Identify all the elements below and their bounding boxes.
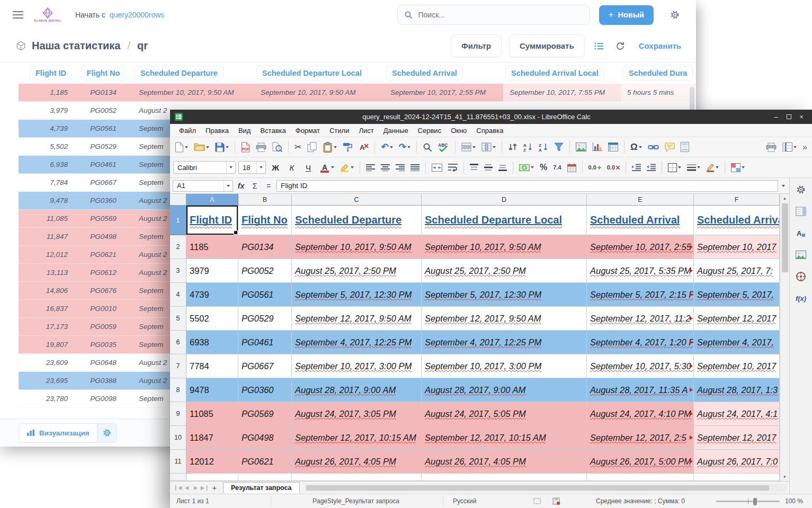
print-button[interactable] [254, 141, 268, 153]
cell-empty[interactable] [694, 474, 780, 481]
cell-empty[interactable] [186, 474, 238, 481]
merge-cells-button[interactable] [430, 163, 444, 173]
cell-B6[interactable]: PG0461 [238, 331, 292, 354]
cell-D1[interactable]: Scheduled Departure Local [422, 206, 587, 235]
table-cell[interactable]: 5,502 [19, 138, 74, 156]
menu-item-4[interactable]: Формат [291, 125, 325, 136]
glarus-digital-logo[interactable]: GLARUS DIGITAL [34, 7, 61, 22]
row-header-partial[interactable] [170, 474, 186, 481]
row-header-10[interactable]: 10 [170, 426, 186, 450]
vertical-scrollbar[interactable]: ▲ ▼ [780, 194, 789, 481]
row-header-2[interactable]: 2 [170, 235, 186, 259]
border-color-button[interactable] [704, 162, 720, 173]
table-cell[interactable]: PG0098 [74, 390, 132, 408]
cell-B5[interactable]: PG0529 [238, 307, 292, 331]
function-wizard-button[interactable]: fx [235, 180, 247, 192]
search-box[interactable] [397, 5, 590, 25]
table-cell[interactable]: 23,780 [19, 390, 74, 408]
cell-A8[interactable]: 9478 [186, 378, 238, 402]
cell-C7[interactable]: September 10, 2017, 3:00 PM [292, 354, 422, 378]
row-header-8[interactable]: 8 [170, 378, 186, 402]
decrease-indent-button[interactable] [645, 163, 657, 172]
cut-button[interactable]: ✂ [293, 142, 303, 153]
table-cell[interactable]: 1,185 [19, 84, 74, 102]
visualization-button[interactable]: Визуализация [19, 423, 97, 443]
table-cell[interactable]: PG0612 [74, 264, 132, 282]
visualization-settings-button[interactable] [97, 423, 117, 443]
table-cell[interactable]: PG0035 [74, 336, 132, 354]
cell-F8[interactable]: August 28, 2017, 1:3 [694, 378, 780, 402]
table-cell[interactable]: 5 hours 5 mins [621, 84, 696, 102]
row-header-1[interactable]: 1 [170, 206, 186, 235]
table-cell[interactable]: 11,085 [19, 210, 74, 228]
cell-E7[interactable]: September 10, 2017, 5:30 PM [587, 354, 694, 378]
insert-row-button[interactable] [460, 141, 477, 153]
redo-button[interactable]: ↷ [397, 141, 412, 153]
align-bottom-button[interactable] [497, 163, 508, 172]
column-header-5[interactable]: Scheduled Arrival Local [505, 66, 604, 81]
cell-B10[interactable]: PG0498 [238, 426, 292, 450]
save-button[interactable] [213, 141, 230, 153]
cell-D10[interactable]: September 12, 2017, 10:15 AM [422, 426, 587, 450]
cell-D9[interactable]: August 24, 2017, 5:05 PM [422, 402, 587, 426]
table-cell[interactable]: 12,012 [19, 246, 74, 264]
summarize-button[interactable]: Суммировать [509, 34, 585, 57]
zoom-thumb[interactable] [753, 498, 757, 505]
row-header-5[interactable]: 5 [170, 307, 186, 331]
table-cell[interactable]: 14,806 [19, 282, 74, 300]
cell-F7[interactable]: September 10, 2017 [694, 354, 780, 378]
name-box-dropdown[interactable] [224, 181, 233, 191]
cell-empty[interactable] [292, 474, 422, 481]
row-header-3[interactable]: 3 [170, 259, 186, 283]
vertical-scroll-thumb[interactable] [782, 203, 788, 272]
save-button[interactable]: Сохранить [639, 41, 681, 50]
cell-B11[interactable]: PG0621 [238, 450, 292, 474]
previous-sheet-button[interactable]: ◀ [182, 485, 191, 491]
cell-E8[interactable]: August 28, 2017, 11:35 A [587, 378, 694, 402]
cell-C3[interactable]: August 25, 2017, 2:50 PM [292, 259, 422, 283]
column-header-F[interactable]: F [694, 194, 780, 206]
table-cell[interactable]: September 10, 2017, 9:50 AM [132, 84, 254, 102]
zoom-percent-label[interactable]: 100 % [785, 494, 803, 508]
sort-descending-button[interactable]: ZA [537, 141, 550, 153]
formula-input[interactable]: Flight ID [276, 180, 778, 192]
headers-footers-button[interactable] [679, 141, 691, 153]
copy-button[interactable] [306, 141, 319, 154]
cell-B3[interactable]: PG0052 [238, 259, 292, 283]
table-cell[interactable]: September 10, 2017, 7:55 PM [503, 84, 621, 102]
language-label[interactable]: Русский [453, 494, 477, 508]
cell-C10[interactable]: September 12, 2017, 10:15 AM [292, 426, 422, 450]
define-print-area-button[interactable] [764, 141, 778, 153]
cell-C9[interactable]: August 24, 2017, 3:05 PM [292, 402, 422, 426]
hamburger-menu-icon[interactable] [13, 11, 23, 19]
cell-A9[interactable]: 11085 [186, 402, 238, 426]
page-style-label[interactable]: PageStyle_Результат запроса [313, 494, 399, 508]
cell-A6[interactable]: 6938 [186, 331, 238, 354]
cell-A1[interactable]: Flight ID [186, 206, 238, 235]
minimize-button[interactable]: – [770, 112, 782, 122]
horizontal-scroll-thumb[interactable] [306, 485, 769, 491]
special-character-button[interactable]: Ω [629, 141, 644, 153]
cell-C11[interactable]: August 26, 2017, 4:05 PM [292, 450, 422, 474]
cell-E6[interactable]: September 4, 2017, 1:20 PM [587, 331, 694, 354]
cell-B9[interactable]: PG0569 [238, 402, 292, 426]
scroll-down-arrow[interactable]: ▼ [780, 473, 789, 481]
column-header-0[interactable]: Flight ID [30, 66, 72, 81]
zoom-slider[interactable] [716, 494, 780, 508]
column-header-3[interactable]: Scheduled Departure Local [256, 66, 368, 81]
cell-D2[interactable]: September 10, 2017, 9:50 AM [422, 235, 587, 259]
table-cell[interactable]: PG0461 [74, 156, 132, 174]
cell-D11[interactable]: August 26, 2017, 4:05 PM [422, 450, 587, 474]
menu-item-5[interactable]: Стили [325, 125, 354, 136]
table-cell[interactable]: PG0010 [74, 300, 132, 318]
table-cell[interactable]: PG0360 [74, 192, 132, 210]
undo-button[interactable]: ↶ [379, 141, 394, 153]
insert-column-button[interactable] [480, 141, 497, 153]
cell-B7[interactable]: PG0667 [238, 354, 292, 378]
font-name-dropdown[interactable] [226, 162, 235, 173]
maximize-button[interactable] [782, 112, 795, 122]
bold-button[interactable]: Ж [269, 162, 282, 173]
highlight-color-button[interactable] [338, 162, 355, 173]
cell-F5[interactable]: September 12, 2017 [694, 307, 780, 331]
row-header-6[interactable]: 6 [170, 331, 186, 354]
